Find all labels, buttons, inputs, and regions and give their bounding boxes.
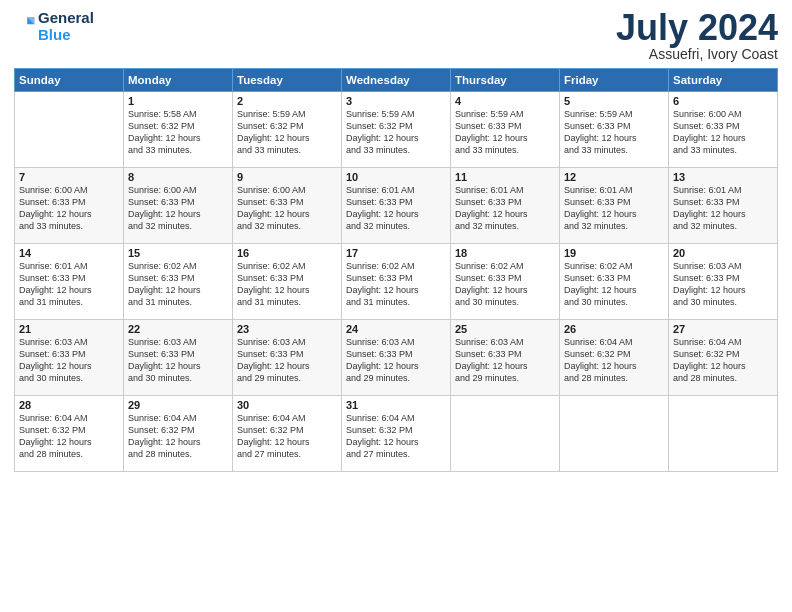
day-info: Sunrise: 6:01 AM Sunset: 6:33 PM Dayligh… (346, 184, 446, 233)
day-info: Sunrise: 6:04 AM Sunset: 6:32 PM Dayligh… (128, 412, 228, 461)
day-number: 4 (455, 95, 555, 107)
calendar-cell (560, 396, 669, 472)
logo-line2: Blue (38, 27, 94, 44)
calendar-cell: 30Sunrise: 6:04 AM Sunset: 6:32 PM Dayli… (233, 396, 342, 472)
day-number: 30 (237, 399, 337, 411)
day-number: 5 (564, 95, 664, 107)
calendar-cell: 20Sunrise: 6:03 AM Sunset: 6:33 PM Dayli… (669, 244, 778, 320)
day-info: Sunrise: 6:03 AM Sunset: 6:33 PM Dayligh… (455, 336, 555, 385)
day-number: 16 (237, 247, 337, 259)
logo: General Blue (14, 10, 94, 43)
day-number: 17 (346, 247, 446, 259)
calendar-cell: 1Sunrise: 5:58 AM Sunset: 6:32 PM Daylig… (124, 92, 233, 168)
col-wednesday: Wednesday (342, 69, 451, 92)
day-number: 2 (237, 95, 337, 107)
col-sunday: Sunday (15, 69, 124, 92)
calendar-cell: 7Sunrise: 6:00 AM Sunset: 6:33 PM Daylig… (15, 168, 124, 244)
day-number: 23 (237, 323, 337, 335)
logo-line1: General (38, 10, 94, 27)
day-info: Sunrise: 6:04 AM Sunset: 6:32 PM Dayligh… (237, 412, 337, 461)
day-info: Sunrise: 6:03 AM Sunset: 6:33 PM Dayligh… (19, 336, 119, 385)
calendar-cell: 3Sunrise: 5:59 AM Sunset: 6:32 PM Daylig… (342, 92, 451, 168)
day-info: Sunrise: 6:04 AM Sunset: 6:32 PM Dayligh… (564, 336, 664, 385)
calendar-cell: 29Sunrise: 6:04 AM Sunset: 6:32 PM Dayli… (124, 396, 233, 472)
day-info: Sunrise: 6:01 AM Sunset: 6:33 PM Dayligh… (455, 184, 555, 233)
calendar-cell: 14Sunrise: 6:01 AM Sunset: 6:33 PM Dayli… (15, 244, 124, 320)
col-monday: Monday (124, 69, 233, 92)
day-info: Sunrise: 6:00 AM Sunset: 6:33 PM Dayligh… (19, 184, 119, 233)
calendar-cell (15, 92, 124, 168)
calendar-cell: 21Sunrise: 6:03 AM Sunset: 6:33 PM Dayli… (15, 320, 124, 396)
header-row: Sunday Monday Tuesday Wednesday Thursday… (15, 69, 778, 92)
calendar-week-row: 14Sunrise: 6:01 AM Sunset: 6:33 PM Dayli… (15, 244, 778, 320)
day-info: Sunrise: 6:02 AM Sunset: 6:33 PM Dayligh… (346, 260, 446, 309)
calendar-cell: 19Sunrise: 6:02 AM Sunset: 6:33 PM Dayli… (560, 244, 669, 320)
calendar-cell: 10Sunrise: 6:01 AM Sunset: 6:33 PM Dayli… (342, 168, 451, 244)
calendar-cell: 27Sunrise: 6:04 AM Sunset: 6:32 PM Dayli… (669, 320, 778, 396)
day-number: 3 (346, 95, 446, 107)
calendar-cell: 18Sunrise: 6:02 AM Sunset: 6:33 PM Dayli… (451, 244, 560, 320)
day-info: Sunrise: 6:01 AM Sunset: 6:33 PM Dayligh… (673, 184, 773, 233)
day-number: 15 (128, 247, 228, 259)
calendar-week-row: 1Sunrise: 5:58 AM Sunset: 6:32 PM Daylig… (15, 92, 778, 168)
day-info: Sunrise: 6:04 AM Sunset: 6:32 PM Dayligh… (19, 412, 119, 461)
day-number: 14 (19, 247, 119, 259)
day-info: Sunrise: 6:00 AM Sunset: 6:33 PM Dayligh… (128, 184, 228, 233)
day-info: Sunrise: 6:04 AM Sunset: 6:32 PM Dayligh… (673, 336, 773, 385)
calendar-cell: 28Sunrise: 6:04 AM Sunset: 6:32 PM Dayli… (15, 396, 124, 472)
day-number: 9 (237, 171, 337, 183)
calendar-cell: 16Sunrise: 6:02 AM Sunset: 6:33 PM Dayli… (233, 244, 342, 320)
logo-icon (14, 14, 36, 36)
day-info: Sunrise: 6:01 AM Sunset: 6:33 PM Dayligh… (564, 184, 664, 233)
day-number: 25 (455, 323, 555, 335)
day-info: Sunrise: 6:02 AM Sunset: 6:33 PM Dayligh… (564, 260, 664, 309)
calendar-cell: 4Sunrise: 5:59 AM Sunset: 6:33 PM Daylig… (451, 92, 560, 168)
day-info: Sunrise: 6:03 AM Sunset: 6:33 PM Dayligh… (673, 260, 773, 309)
day-info: Sunrise: 5:59 AM Sunset: 6:32 PM Dayligh… (346, 108, 446, 157)
day-number: 7 (19, 171, 119, 183)
day-info: Sunrise: 6:01 AM Sunset: 6:33 PM Dayligh… (19, 260, 119, 309)
day-number: 13 (673, 171, 773, 183)
day-info: Sunrise: 5:58 AM Sunset: 6:32 PM Dayligh… (128, 108, 228, 157)
day-number: 27 (673, 323, 773, 335)
day-info: Sunrise: 6:03 AM Sunset: 6:33 PM Dayligh… (128, 336, 228, 385)
day-number: 18 (455, 247, 555, 259)
day-info: Sunrise: 6:03 AM Sunset: 6:33 PM Dayligh… (346, 336, 446, 385)
day-number: 20 (673, 247, 773, 259)
day-number: 1 (128, 95, 228, 107)
calendar-cell: 23Sunrise: 6:03 AM Sunset: 6:33 PM Dayli… (233, 320, 342, 396)
col-thursday: Thursday (451, 69, 560, 92)
calendar-week-row: 28Sunrise: 6:04 AM Sunset: 6:32 PM Dayli… (15, 396, 778, 472)
page-header: General Blue July 2024 Assuefri, Ivory C… (14, 10, 778, 62)
calendar-cell: 24Sunrise: 6:03 AM Sunset: 6:33 PM Dayli… (342, 320, 451, 396)
col-friday: Friday (560, 69, 669, 92)
day-number: 24 (346, 323, 446, 335)
calendar-cell: 5Sunrise: 5:59 AM Sunset: 6:33 PM Daylig… (560, 92, 669, 168)
title-area: July 2024 Assuefri, Ivory Coast (616, 10, 778, 62)
calendar-cell: 17Sunrise: 6:02 AM Sunset: 6:33 PM Dayli… (342, 244, 451, 320)
calendar-cell: 15Sunrise: 6:02 AM Sunset: 6:33 PM Dayli… (124, 244, 233, 320)
calendar-cell (451, 396, 560, 472)
day-info: Sunrise: 6:02 AM Sunset: 6:33 PM Dayligh… (237, 260, 337, 309)
page-container: General Blue July 2024 Assuefri, Ivory C… (0, 0, 792, 482)
day-number: 26 (564, 323, 664, 335)
day-number: 28 (19, 399, 119, 411)
calendar-cell: 25Sunrise: 6:03 AM Sunset: 6:33 PM Dayli… (451, 320, 560, 396)
calendar-cell: 6Sunrise: 6:00 AM Sunset: 6:33 PM Daylig… (669, 92, 778, 168)
day-number: 6 (673, 95, 773, 107)
calendar-cell: 13Sunrise: 6:01 AM Sunset: 6:33 PM Dayli… (669, 168, 778, 244)
calendar-cell: 22Sunrise: 6:03 AM Sunset: 6:33 PM Dayli… (124, 320, 233, 396)
day-number: 31 (346, 399, 446, 411)
calendar-cell: 26Sunrise: 6:04 AM Sunset: 6:32 PM Dayli… (560, 320, 669, 396)
day-number: 8 (128, 171, 228, 183)
day-number: 22 (128, 323, 228, 335)
day-number: 11 (455, 171, 555, 183)
calendar-cell: 8Sunrise: 6:00 AM Sunset: 6:33 PM Daylig… (124, 168, 233, 244)
calendar-week-row: 21Sunrise: 6:03 AM Sunset: 6:33 PM Dayli… (15, 320, 778, 396)
day-info: Sunrise: 6:04 AM Sunset: 6:32 PM Dayligh… (346, 412, 446, 461)
calendar-cell: 11Sunrise: 6:01 AM Sunset: 6:33 PM Dayli… (451, 168, 560, 244)
day-number: 10 (346, 171, 446, 183)
calendar-cell: 31Sunrise: 6:04 AM Sunset: 6:32 PM Dayli… (342, 396, 451, 472)
day-number: 12 (564, 171, 664, 183)
calendar-table: Sunday Monday Tuesday Wednesday Thursday… (14, 68, 778, 472)
